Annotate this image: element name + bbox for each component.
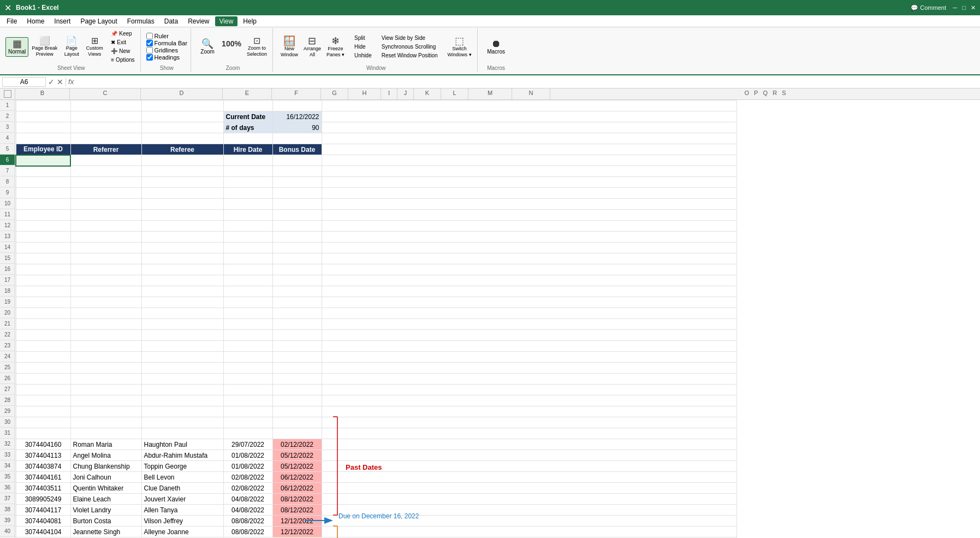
row-25[interactable]: 25	[0, 362, 15, 373]
menu-help[interactable]: Help	[239, 16, 261, 26]
row-40[interactable]: 40	[0, 526, 15, 537]
ribbon-btn-arrange-all[interactable]: ⊟ ArrangeAll	[301, 35, 323, 59]
comment-label[interactable]: 💬 Comment	[911, 4, 946, 11]
row-12[interactable]: 12	[0, 220, 15, 231]
col-header-e[interactable]: E	[223, 88, 272, 99]
cell-c1[interactable]	[70, 100, 141, 111]
new-view-btn[interactable]: ➕ New	[109, 47, 136, 55]
row-38[interactable]: 38	[0, 504, 15, 515]
gridlines-checkbox[interactable]	[146, 47, 153, 54]
row-9[interactable]: 9	[0, 187, 15, 198]
ribbon-btn-macros[interactable]: ⏺ Macros	[485, 38, 507, 56]
current-date-value[interactable]: 16/12/2022	[272, 111, 322, 122]
ribbon-btn-normal[interactable]: ▦ Normal	[5, 37, 28, 57]
row-18[interactable]: 18	[0, 286, 15, 297]
menu-home[interactable]: Home	[22, 16, 49, 26]
ribbon-btn-zoom[interactable]: 🔍 Zoom	[197, 38, 218, 56]
ribbon-btn-page-break[interactable]: ⬜ Page BreakPreview	[29, 36, 60, 58]
row-5[interactable]: 5	[0, 144, 15, 155]
reset-window-btn[interactable]: Reset Window Position	[379, 51, 440, 60]
col-header-n[interactable]: N	[512, 88, 550, 99]
row-26[interactable]: 26	[0, 373, 15, 384]
row-10[interactable]: 10	[0, 198, 15, 209]
col-header-d[interactable]: D	[141, 88, 223, 99]
cell-a6[interactable]	[16, 155, 70, 166]
col-header-j[interactable]: J	[397, 88, 414, 99]
row-29[interactable]: 29	[0, 406, 15, 417]
row-4[interactable]: 4	[0, 133, 15, 144]
view-side-by-side-btn[interactable]: View Side by Side	[379, 34, 440, 42]
menu-formulas[interactable]: Formulas	[123, 16, 159, 26]
row-27[interactable]: 27	[0, 384, 15, 395]
header-referrer[interactable]: Referrer	[70, 144, 141, 155]
headings-checkbox-label[interactable]: Headings	[146, 54, 188, 61]
row-32[interactable]: 32	[0, 439, 15, 450]
split-btn[interactable]: Split	[352, 34, 374, 42]
header-referee[interactable]: Referee	[141, 144, 223, 155]
unhide-btn[interactable]: Unhide	[352, 51, 374, 60]
headings-checkbox[interactable]	[146, 54, 153, 61]
menu-file[interactable]: File	[2, 16, 21, 26]
ruler-checkbox-label[interactable]: Ruler	[146, 33, 188, 39]
row-2[interactable]: 2	[0, 111, 15, 122]
menu-review[interactable]: Review	[183, 16, 213, 26]
row-21[interactable]: 21	[0, 318, 15, 329]
menu-view[interactable]: View	[215, 16, 238, 26]
ribbon-btn-freeze-panes[interactable]: ❄ FreezePanes ▾	[324, 35, 347, 59]
options-btn[interactable]: ≡ Options	[109, 56, 136, 64]
row-13[interactable]: 13	[0, 231, 15, 242]
ribbon-btn-page-layout[interactable]: 📄 PageLayout	[61, 36, 82, 58]
row-1[interactable]: 1	[0, 100, 15, 111]
cell-referee-30[interactable]: Haughton Paul	[141, 439, 223, 450]
menu-data[interactable]: Data	[160, 16, 182, 26]
formula-input[interactable]	[76, 78, 978, 86]
row-15[interactable]: 15	[0, 253, 15, 264]
col-header-m[interactable]: M	[468, 88, 512, 99]
row-6[interactable]: 6	[0, 155, 15, 165]
hide-btn[interactable]: Hide	[352, 43, 374, 51]
row-28[interactable]: 28	[0, 395, 15, 406]
row-7[interactable]: 7	[0, 165, 15, 176]
row-31[interactable]: 31	[0, 428, 15, 439]
formula-bar-checkbox[interactable]	[146, 40, 153, 46]
col-header-l[interactable]: L	[441, 88, 468, 99]
ribbon-btn-custom-views[interactable]: ⊞ CustomViews	[84, 36, 105, 58]
formula-bar-checkbox-label[interactable]: Formula Bar	[146, 40, 188, 46]
row-23[interactable]: 23	[0, 340, 15, 351]
row-11[interactable]: 11	[0, 209, 15, 220]
col-header-g[interactable]: G	[321, 88, 348, 99]
ribbon-btn-100[interactable]: 100% .	[219, 39, 243, 55]
cell-hiredate-30[interactable]: 29/07/2022	[223, 439, 272, 450]
row-33[interactable]: 33	[0, 450, 15, 460]
cell-empid-30[interactable]: 3074404160	[16, 439, 70, 450]
header-bonus-date[interactable]: Bonus Date	[272, 144, 322, 155]
col-header-f[interactable]: F	[272, 88, 321, 99]
ribbon-btn-switch-windows[interactable]: ⬚ SwitchWindows ▾	[446, 35, 474, 59]
select-all-btn[interactable]	[4, 90, 11, 98]
menu-insert[interactable]: Insert	[50, 16, 75, 26]
row-16[interactable]: 16	[0, 264, 15, 275]
col-header-h[interactable]: H	[348, 88, 381, 99]
cell-e1[interactable]	[223, 100, 272, 111]
row-39[interactable]: 39	[0, 515, 15, 526]
col-header-c[interactable]: C	[70, 88, 141, 99]
col-header-k[interactable]: K	[414, 88, 441, 99]
row-14[interactable]: 14	[0, 242, 15, 253]
row-34[interactable]: 34	[0, 460, 15, 471]
row-30[interactable]: 30	[0, 417, 15, 428]
col-header-b[interactable]: B	[15, 88, 70, 99]
cell-d1[interactable]	[141, 100, 223, 111]
row-36[interactable]: 36	[0, 482, 15, 493]
header-emp-id[interactable]: Employee ID	[16, 144, 70, 155]
row-3[interactable]: 3	[0, 122, 15, 133]
name-box[interactable]	[2, 77, 46, 87]
gridlines-checkbox-label[interactable]: Gridlines	[146, 47, 188, 54]
row-19[interactable]: 19	[0, 297, 15, 308]
cell-b1[interactable]	[16, 100, 70, 111]
row-17[interactable]: 17	[0, 275, 15, 286]
menu-page-layout[interactable]: Page Layout	[76, 16, 121, 26]
keep-btn[interactable]: 📌 Keep	[109, 29, 136, 38]
sync-scroll-btn[interactable]: Synchronous Scrolling	[379, 43, 440, 51]
cell-referrer-30[interactable]: Roman Maria	[70, 439, 141, 450]
cell-bonusdate-30[interactable]: 02/12/2022	[272, 439, 322, 450]
